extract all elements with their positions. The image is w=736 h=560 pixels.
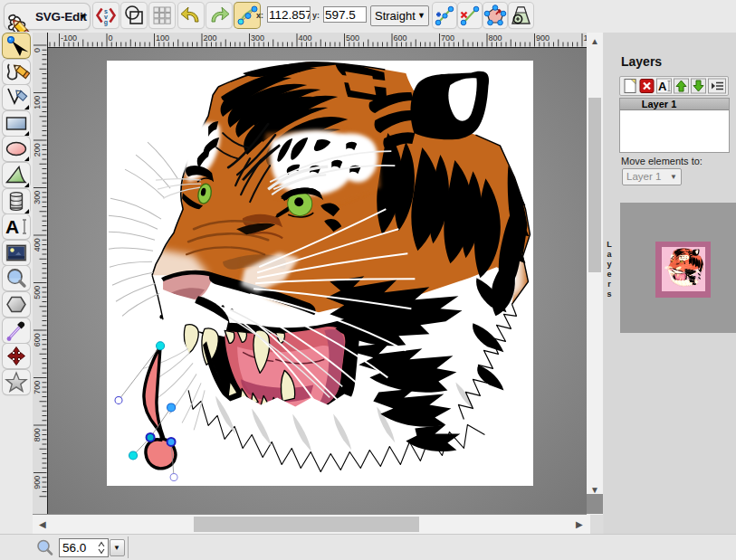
svg-text:800: 800	[33, 428, 43, 441]
svg-text:100: 100	[33, 96, 43, 109]
svg-text:0: 0	[33, 48, 43, 52]
svg-text:0: 0	[109, 33, 113, 43]
svg-text:g: g	[104, 19, 108, 26]
svg-text:400: 400	[299, 33, 312, 43]
svg-text:A: A	[5, 216, 19, 237]
svg-text:500: 500	[346, 33, 359, 43]
svg-text:400: 400	[33, 238, 43, 252]
svg-text:A: A	[658, 80, 667, 93]
svg-text:900: 900	[536, 33, 550, 43]
svg-text:300: 300	[251, 33, 264, 43]
svg-text:200: 200	[33, 143, 43, 157]
svg-text:800: 800	[489, 33, 502, 43]
svg-text:900: 900	[33, 476, 43, 489]
svg-text:600: 600	[33, 333, 43, 346]
svg-text:200: 200	[204, 33, 217, 43]
svg-text:600: 600	[394, 33, 407, 43]
svg-text:700: 700	[441, 33, 454, 43]
svg-text:100: 100	[156, 33, 169, 43]
svg-text:-100: -100	[61, 33, 77, 43]
svg-text:500: 500	[33, 286, 43, 299]
svg-text:700: 700	[33, 381, 43, 394]
svg-text:300: 300	[33, 191, 43, 204]
